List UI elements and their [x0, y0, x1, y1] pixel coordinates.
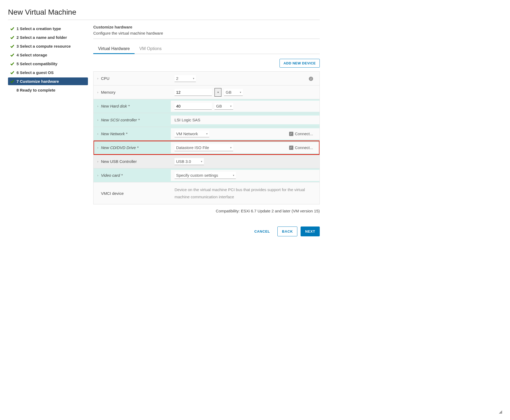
chevron-down-icon: ▾ [230, 105, 232, 108]
tabs: Virtual Hardware VM Options [93, 44, 320, 54]
add-new-device-button[interactable]: ADD NEW DEVICE [280, 59, 320, 68]
step-customize-hardware[interactable]: 7 Customize hardware [8, 77, 88, 85]
step-compatibility[interactable]: 5 Select compatibility [8, 60, 88, 68]
row-memory: › Memory ▾ GB ▾ [94, 85, 319, 99]
row-video-card: › Video card * Specify custom settings ▾ [94, 168, 319, 182]
network-connect-label: Connect... [295, 131, 313, 136]
cddvd-connect-checkbox[interactable]: ✓ [289, 146, 293, 150]
network-value-cell: VM Network ▾ ✓ Connect... [171, 128, 319, 139]
label-text: New Hard disk * [101, 104, 130, 108]
step-creation-type[interactable]: 1 Select a creation type [8, 25, 88, 32]
memory-stepper-button[interactable]: ▾ [214, 88, 221, 97]
memory-unit-select[interactable]: GB ▾ [224, 89, 243, 96]
info-icon[interactable]: i [309, 77, 313, 81]
network-label[interactable]: › New Network * [94, 128, 171, 139]
checkmark-icon [10, 53, 14, 57]
label-text: New CD/DVD Drive * [101, 145, 139, 150]
step-guest-os[interactable]: 6 Select a guest OS [8, 69, 88, 76]
wizard-steps: 1 Select a creation type 2 Select a name… [8, 25, 88, 238]
hardware-table[interactable]: › CPU 2 ▾ i [93, 71, 320, 204]
cpu-select[interactable]: 2 ▾ [175, 75, 196, 82]
network-value: VM Network [176, 131, 198, 136]
cddvd-select[interactable]: Datastore ISO File ▾ [175, 144, 233, 151]
vmci-description: Device on the virtual machine PCI bus th… [175, 186, 316, 200]
step-name-folder[interactable]: 2 Select a name and folder [8, 34, 88, 41]
usb-select[interactable]: USB 3.0 ▾ [175, 158, 204, 165]
dialog-content: 1 Select a creation type 2 Select a name… [8, 25, 320, 238]
step-storage[interactable]: 4 Select storage [8, 51, 88, 59]
cddvd-connect-label: Connect... [295, 145, 313, 150]
memory-input[interactable] [175, 89, 212, 96]
step-label: 1 Select a creation type [17, 26, 61, 31]
hard-disk-unit: GB [216, 104, 222, 108]
checkmark-icon [10, 79, 14, 84]
label-text: Video card * [101, 173, 123, 178]
cddvd-label[interactable]: › New CD/DVD Drive * [94, 142, 171, 153]
cpu-label[interactable]: › CPU [94, 73, 171, 84]
cancel-button[interactable]: CANCEL [250, 227, 274, 236]
usb-value: USB 3.0 [176, 159, 191, 164]
add-device-row: ADD NEW DEVICE [93, 59, 320, 68]
step-label: 3 Select a compute resource [17, 44, 71, 48]
row-hard-disk: › New Hard disk * GB ▾ [94, 99, 319, 113]
chevron-right-icon[interactable]: › [97, 174, 98, 177]
scsi-value-cell: LSI Logic SAS [171, 116, 319, 124]
video-value: Specify custom settings [176, 173, 218, 178]
usb-label[interactable]: › New USB Controller [94, 156, 171, 167]
step-label: 4 Select storage [17, 53, 47, 57]
row-scsi-controller: › New SCSI controller * LSI Logic SAS [94, 113, 319, 127]
memory-label[interactable]: › Memory [94, 87, 171, 98]
tab-virtual-hardware[interactable]: Virtual Hardware [93, 44, 135, 54]
network-connect-checkbox[interactable]: ✓ [289, 132, 293, 136]
main-panel: Customize hardware Configure the virtual… [93, 25, 320, 238]
step-compute-resource[interactable]: 3 Select a compute resource [8, 42, 88, 50]
chevron-right-icon[interactable]: › [97, 90, 98, 94]
vmci-label: › VMCI device [94, 188, 171, 199]
chevron-right-icon[interactable]: › [97, 118, 98, 122]
chevron-down-icon: ▾ [201, 160, 202, 163]
row-cd-dvd-drive: › New CD/DVD Drive * Datastore ISO File … [94, 141, 319, 155]
label-text: Memory [101, 90, 115, 94]
scsi-label[interactable]: › New SCSI controller * [94, 114, 171, 125]
dialog-footer: CANCEL BACK NEXT [93, 227, 320, 238]
checkmark-icon [10, 44, 14, 48]
panel-title: Customize hardware [93, 25, 320, 29]
chevron-right-icon[interactable]: › [97, 132, 98, 136]
cddvd-value-cell: Datastore ISO File ▾ ✓ Connect... [171, 142, 319, 153]
video-label[interactable]: › Video card * [94, 170, 171, 181]
compatibility-text: Compatibility: ESXi 6.7 Update 2 and lat… [93, 209, 320, 213]
row-usb-controller: › New USB Controller USB 3.0 ▾ [94, 155, 319, 168]
next-button[interactable]: NEXT [301, 227, 320, 236]
step-label: 8 Ready to complete [17, 88, 55, 92]
label-text: New USB Controller [101, 159, 137, 164]
hard-disk-unit-select[interactable]: GB ▾ [214, 103, 233, 110]
dialog-title: New Virtual Machine [8, 8, 320, 20]
hard-disk-label[interactable]: › New Hard disk * [94, 101, 171, 112]
hard-disk-input[interactable] [175, 103, 212, 110]
video-select[interactable]: Specify custom settings ▾ [175, 172, 236, 179]
chevron-down-icon: ▾ [240, 91, 241, 94]
step-label: 7 Customize hardware [17, 79, 59, 84]
chevron-down-icon: ▾ [206, 132, 208, 135]
tab-vm-options[interactable]: VM Options [135, 44, 167, 54]
panel-subtitle: Configure the virtual machine hardware [93, 31, 320, 39]
new-vm-dialog: New Virtual Machine 1 Select a creation … [8, 8, 320, 238]
video-value-cell: Specify custom settings ▾ [171, 170, 319, 181]
step-ready-to-complete[interactable]: 8 Ready to complete [8, 86, 88, 94]
cpu-value: 2 [176, 76, 178, 81]
step-label: 5 Select compatibility [17, 61, 57, 66]
chevron-down-icon: ▾ [193, 77, 194, 80]
chevron-right-icon[interactable]: › [97, 146, 98, 150]
label-text: VMCI device [101, 191, 124, 196]
row-vmci-device: › VMCI device Device on the virtual mach… [94, 182, 319, 204]
label-text: CPU [101, 76, 110, 81]
chevron-right-icon[interactable]: › [97, 77, 98, 80]
chevron-right-icon[interactable]: › [97, 104, 98, 108]
network-connect-wrap: ✓ Connect... [289, 131, 316, 136]
chevron-right-icon[interactable]: › [97, 160, 98, 163]
step-label: 2 Select a name and folder [17, 35, 67, 40]
back-button[interactable]: BACK [277, 227, 297, 236]
network-select[interactable]: VM Network ▾ [175, 130, 209, 137]
memory-value-cell: ▾ GB ▾ [171, 86, 319, 99]
cddvd-value: Datastore ISO File [176, 145, 209, 150]
